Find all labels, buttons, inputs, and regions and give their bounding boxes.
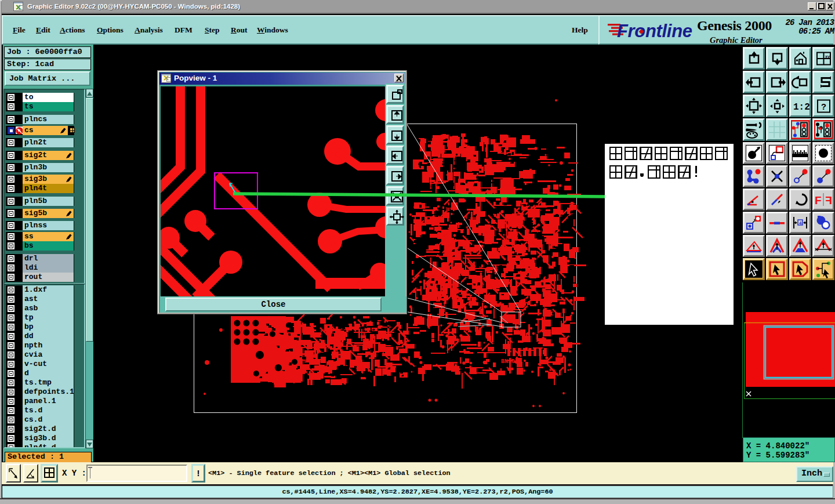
svg-text:xy: xy	[825, 55, 830, 59]
svg-text:?: ?	[821, 103, 826, 113]
svg-text:F: F	[825, 194, 832, 206]
svg-text:BN300: BN300	[501, 358, 518, 365]
svg-text:F: F	[815, 194, 822, 206]
svg-text:Frontline: Frontline	[617, 21, 692, 41]
svg-text:1:2: 1:2	[793, 102, 809, 113]
svg-text:4: 4	[799, 220, 802, 226]
